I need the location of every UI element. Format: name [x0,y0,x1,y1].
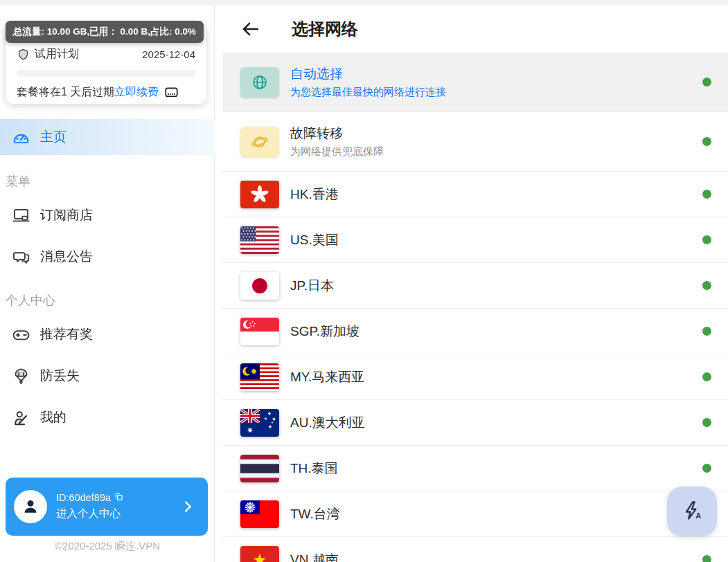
copy-icon[interactable] [114,492,123,503]
network-title: TH.泰国 [290,460,338,478]
online-status-dot [702,281,711,290]
store-icon [11,206,30,225]
online-status-dot [702,372,711,381]
user-card-subtitle: 进入个人中心 [56,507,123,521]
shield-icon [17,48,30,61]
online-status-dot [702,418,711,427]
lightning-a-icon: A [680,499,704,525]
plan-name: 试用计划 [35,47,79,62]
online-status-dot [702,555,711,562]
copyright: ©2020-2025 瞬连.VPN [0,540,215,553]
page-title: 选择网络 [292,18,358,40]
sidebar-item-announcements[interactable]: 消息公告 [0,239,215,274]
plan-expiry-date: 2025-12-04 [142,48,195,60]
online-status-dot [702,137,711,146]
sidebar-item-label: 主页 [40,128,66,146]
network-item-au[interactable]: AU.澳大利亚 [223,400,728,446]
sidebar-item-profile[interactable]: 我的 [0,400,215,435]
feedback-icon[interactable] [164,85,179,100]
back-arrow-icon [240,19,261,39]
network-item-us[interactable]: US.美国 [223,217,728,263]
online-status-dot [702,464,711,473]
sidebar-item-label: 消息公告 [40,248,93,266]
window-top-strip [0,0,728,6]
planet-icon [240,127,279,157]
network-title: US.美国 [290,231,339,249]
online-status-dot [702,190,711,199]
network-title: TW.台湾 [290,505,340,523]
flag-us-icon [240,226,279,254]
network-item-sgp[interactable]: SGP.新加坡 [223,309,728,354]
network-item-text: SGP.新加坡 [290,323,359,341]
network-title: JP.日本 [290,277,334,295]
network-title: VN.越南 [290,551,339,562]
online-status-dot [702,235,711,244]
chevron-right-icon [180,499,195,514]
quick-action-button[interactable]: A [667,487,717,536]
online-status-dot [702,78,711,87]
network-item-text: AU.澳大利亚 [290,414,365,432]
network-item-text: 自动选择为您选择最佳最快的网络进行连接 [290,65,446,99]
network-item-text: VN.越南 [290,551,339,562]
sidebar-item-label: 防丢失 [40,367,80,385]
parachute-icon [11,366,30,386]
network-item-text: HK.香港 [290,185,339,203]
profile-icon [11,408,30,427]
flag-vn-icon [240,546,279,562]
network-item-text: JP.日本 [290,277,334,295]
sidebar-item-label: 订阅商店 [40,206,93,224]
network-item-text: MY.马来西亚 [290,368,364,386]
online-status-dot [702,327,711,336]
back-button[interactable] [239,17,263,41]
sidebar-item-anti-lost[interactable]: 防丢失 [0,359,215,393]
network-item-failover[interactable]: 故障转移为网络提供兜底保障 [223,112,728,172]
sidebar-item-home[interactable]: 主页 [0,119,215,155]
network-title: SGP.新加坡 [290,323,359,341]
network-item-jp[interactable]: JP.日本 [223,263,728,309]
traffic-progress-bar [17,70,195,77]
network-title: AU.澳大利亚 [290,414,365,432]
network-subtitle: 为您选择最佳最快的网络进行连接 [290,86,446,99]
flag-hk-icon [240,181,279,208]
network-item-my[interactable]: MY.马来西亚 [223,354,728,400]
network-title: 故障转移 [290,125,384,143]
sidebar-section-label: 菜单 [0,172,215,191]
network-item-text: TH.泰国 [290,460,338,478]
sidebar-item-label: 我的 [40,408,66,426]
plan-expire-text: 套餐将在1 天后过期 [17,85,114,100]
renew-now-link[interactable]: 立即续费 [114,85,159,100]
user-id: ID:60def89a [56,492,111,503]
sidebar-section-label: 个人中心 [0,291,215,310]
network-list: 自动选择为您选择最佳最快的网络进行连接故障转移为网络提供兜底保障HK.香港US.… [223,53,728,562]
network-item-text: US.美国 [290,231,339,249]
messages-icon [11,247,30,266]
network-item-text: TW.台湾 [290,505,340,523]
network-item-text: 故障转移为网络提供兜底保障 [290,125,384,158]
user-card[interactable]: ID:60def89a 进入个人中心 [6,478,208,536]
network-title: HK.香港 [290,185,339,203]
network-subtitle: 为网络提供兜底保障 [290,145,384,158]
flag-th-icon [240,455,279,482]
flag-sg-icon [240,318,279,345]
network-item-th[interactable]: TH.泰国 [223,446,728,491]
traffic-tooltip: 总流量: 10.00 GB,已用： 0.00 B,占比: 0.0% [6,21,204,43]
main-panel: 选择网络 自动选择为您选择最佳最快的网络进行连接故障转移为网络提供兜底保障HK.… [215,6,728,562]
sidebar: 试用计划 2025-12-04 套餐将在1 天后过期立即续费 总流量: 10.0… [0,6,215,562]
sidebar-nav: 主页菜单订阅商店消息公告个人中心推荐有奖防丢失我的 [0,119,215,435]
network-item-auto[interactable]: 自动选择为您选择最佳最快的网络进行连接 [223,53,728,112]
network-item-tw[interactable]: TW.台湾 [223,491,728,537]
dashboard-icon [11,127,30,147]
network-title: 自动选择 [290,65,446,83]
network-item-vn[interactable]: VN.越南 [223,537,728,562]
sidebar-item-referral-rewards[interactable]: 推荐有奖 [0,317,215,352]
network-title: MY.马来西亚 [290,368,364,386]
flag-au-icon [240,409,279,437]
sidebar-item-subscription-store[interactable]: 订阅商店 [0,198,215,233]
main-header: 选择网络 [215,6,728,53]
flag-my-icon [240,363,279,391]
network-item-hk[interactable]: HK.香港 [223,172,728,217]
avatar [14,490,47,523]
gamepad-icon [11,325,30,344]
flag-jp-icon [240,272,279,300]
flag-tw-icon [240,500,279,528]
